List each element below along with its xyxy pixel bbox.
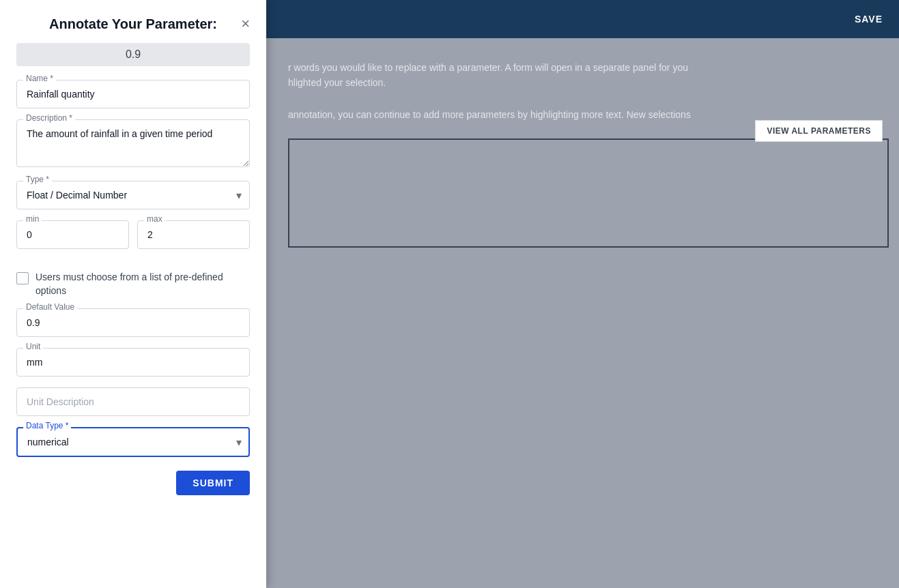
- default-value-field-group: Default Value: [16, 308, 250, 337]
- bg-text-2: annotation, you can continue to add more…: [288, 107, 766, 122]
- type-select[interactable]: Float / Decimal Number Integer String Bo…: [16, 181, 250, 209]
- min-label: min: [23, 214, 42, 224]
- save-button[interactable]: SAVE: [855, 14, 883, 25]
- data-type-select-wrapper: numerical categorical text boolean ▾: [16, 427, 250, 457]
- data-type-select[interactable]: numerical categorical text boolean: [16, 427, 250, 457]
- default-value-label: Default Value: [23, 302, 77, 312]
- unit-description-field-group: [16, 387, 250, 416]
- max-field-group: max: [137, 220, 250, 249]
- close-button[interactable]: ×: [241, 16, 250, 31]
- predefined-options-checkbox[interactable]: [16, 272, 29, 284]
- name-input[interactable]: [16, 80, 250, 108]
- data-type-field-group: Data Type * numerical categorical text b…: [16, 427, 250, 457]
- description-label: Description *: [23, 113, 75, 123]
- annotate-panel: Annotate Your Parameter: × 0.9 Name * De…: [0, 0, 266, 588]
- submit-button[interactable]: SUBMIT: [176, 471, 250, 495]
- param-badge: 0.9: [16, 43, 250, 66]
- max-input[interactable]: [137, 220, 250, 249]
- min-max-row: min max: [16, 220, 250, 260]
- description-field-group: Description * The amount of rainfall in …: [16, 119, 250, 170]
- default-value-input[interactable]: [16, 308, 250, 337]
- type-select-wrapper: Float / Decimal Number Integer String Bo…: [16, 181, 250, 209]
- unit-input[interactable]: [16, 348, 250, 377]
- panel-header: Annotate Your Parameter: ×: [16, 16, 250, 32]
- data-type-label: Data Type *: [23, 421, 71, 430]
- view-all-parameters-button[interactable]: VIEW ALL PARAMETERS: [755, 120, 883, 142]
- min-field-group: min: [16, 220, 129, 249]
- panel-title: Annotate Your Parameter:: [16, 16, 250, 32]
- unit-description-input[interactable]: [16, 387, 250, 416]
- background-content: r words you would like to replace with a…: [266, 38, 899, 588]
- description-input[interactable]: The amount of rainfall in a given time p…: [16, 119, 250, 167]
- unit-field-group: Unit: [16, 348, 250, 377]
- type-label: Type *: [23, 175, 52, 184]
- checkbox-row: Users must choose from a list of pre-def…: [16, 271, 250, 297]
- max-label: max: [144, 214, 165, 224]
- checkbox-label: Users must choose from a list of pre-def…: [35, 271, 250, 297]
- bg-text-1: r words you would like to replace with a…: [288, 60, 766, 91]
- unit-label: Unit: [23, 342, 43, 351]
- type-field-group: Type * Float / Decimal Number Integer St…: [16, 181, 250, 209]
- text-box-area: [288, 138, 889, 248]
- min-input[interactable]: [16, 220, 129, 249]
- name-field-group: Name *: [16, 80, 250, 108]
- name-label: Name *: [23, 74, 56, 83]
